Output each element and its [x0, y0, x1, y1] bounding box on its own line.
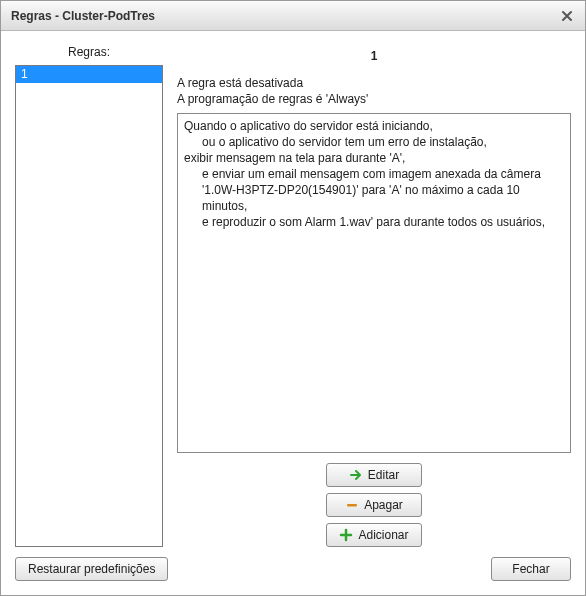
close-icon[interactable]	[557, 6, 577, 26]
rules-list-label: Regras:	[15, 41, 163, 65]
minus-icon	[345, 498, 359, 512]
rules-list-item[interactable]: 1	[16, 66, 162, 83]
rule-line: Quando o aplicativo do servidor está ini…	[184, 119, 433, 133]
rule-status-schedule: A programação de regras é 'Always'	[177, 91, 571, 107]
restore-defaults-label: Restaurar predefinições	[28, 562, 155, 576]
close-button-label: Fechar	[512, 562, 549, 576]
arrow-right-icon	[349, 468, 363, 482]
rule-line: exibir mensagem na tela para durante 'A'…	[184, 151, 405, 165]
rule-line: e enviar um email mensagem com imagem an…	[184, 166, 564, 214]
rule-heading: 1	[177, 41, 571, 75]
close-button[interactable]: Fechar	[491, 557, 571, 581]
rules-dialog: Regras - Cluster-PodTres Regras: 1 1 A r…	[0, 0, 586, 596]
rules-list[interactable]: 1	[15, 65, 163, 547]
add-button[interactable]: Adicionar	[326, 523, 422, 547]
plus-icon	[339, 528, 353, 542]
rule-status: A regra está desativada A programação de…	[177, 75, 571, 113]
svg-rect-0	[347, 504, 357, 507]
delete-button[interactable]: Apagar	[326, 493, 422, 517]
titlebar: Regras - Cluster-PodTres	[1, 1, 585, 31]
restore-defaults-button[interactable]: Restaurar predefinições	[15, 557, 168, 581]
rule-line: e reproduzir o som Alarm 1.wav' para dur…	[184, 214, 564, 230]
rule-line: ou o aplicativo do servidor tem um erro …	[184, 134, 564, 150]
rule-detail-column: 1 A regra está desativada A programação …	[177, 41, 571, 547]
rule-detail-box[interactable]: Quando o aplicativo do servidor está ini…	[177, 113, 571, 453]
rule-action-buttons: Editar Apagar Adicionar	[177, 453, 571, 547]
dialog-footer: Restaurar predefinições Fechar	[15, 547, 571, 581]
add-button-label: Adicionar	[358, 528, 408, 542]
edit-button-label: Editar	[368, 468, 399, 482]
delete-button-label: Apagar	[364, 498, 403, 512]
rule-status-disabled: A regra está desativada	[177, 75, 571, 91]
rules-column: Regras: 1	[15, 41, 163, 547]
window-title: Regras - Cluster-PodTres	[11, 9, 557, 23]
dialog-content: Regras: 1 1 A regra está desativada A pr…	[1, 31, 585, 595]
main-area: Regras: 1 1 A regra está desativada A pr…	[15, 41, 571, 547]
edit-button[interactable]: Editar	[326, 463, 422, 487]
